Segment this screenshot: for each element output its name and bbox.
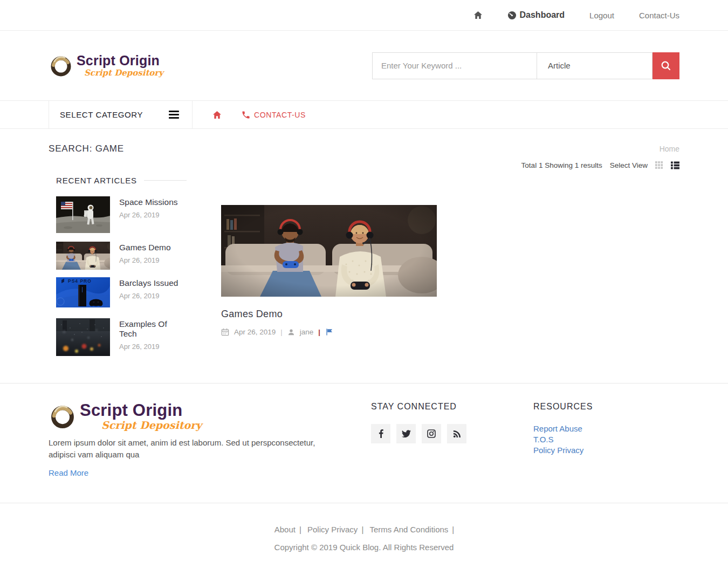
footer-about-text: Lorem ipsum dolor sit amet, anim id est … — [49, 437, 331, 461]
search-bar: Article — [372, 52, 679, 79]
rss-icon — [453, 430, 461, 438]
site-logo[interactable]: Script Origin Script Depository — [49, 53, 163, 78]
resource-link-report-abuse[interactable]: Report Abuse — [533, 423, 679, 434]
hamburger-icon — [169, 111, 179, 119]
results-bar: Total 1 Showing 1 results Select View — [49, 161, 679, 169]
resources-title: RESOURCES — [533, 402, 679, 412]
footer-logo[interactable]: Script Origin Script Depository — [49, 402, 331, 430]
nav-contact-link[interactable]: CONTACT-US — [242, 101, 306, 128]
post-date: Apr 26, 2019 — [234, 328, 276, 336]
article-thumbnail-gamers — [56, 242, 110, 270]
separator: | — [361, 525, 363, 534]
article-date: Apr 26, 2019 — [119, 343, 187, 351]
select-category-label: SELECT CATEGORY — [60, 110, 143, 119]
footer-bottom: About| Policy Privacy| Terms And Conditi… — [0, 503, 728, 570]
divider — [144, 180, 187, 181]
resource-link-policy-privacy[interactable]: Policy Privacy — [533, 445, 679, 456]
topbar-home-link[interactable] — [473, 11, 483, 19]
topbar: Dashboard Logout Contact-Us — [0, 0, 728, 31]
footer-logo-subtitle: Script Depository — [101, 420, 202, 430]
results-summary: Total 1 Showing 1 results — [521, 161, 602, 169]
separator: | — [452, 525, 454, 534]
post-meta: Apr 26, 2019 jane — [221, 328, 437, 336]
article-title: Examples Of Tech — [119, 319, 187, 339]
logo-ring-icon — [49, 53, 73, 78]
article-title: Barclays Issued — [119, 278, 178, 288]
article-date: Apr 26, 2019 — [119, 256, 171, 264]
svg-text:PS4 PRO: PS4 PRO — [68, 278, 92, 284]
site-header: Script Origin Script Depository Article — [0, 31, 728, 100]
footer-about-column: Script Origin Script Depository Lorem ip… — [49, 402, 331, 478]
breadcrumb-home-link[interactable]: Home — [660, 145, 679, 153]
bottom-link-policy-privacy[interactable]: Policy Privacy — [307, 525, 358, 534]
author-icon — [287, 328, 295, 336]
logo-ring-icon — [49, 402, 77, 430]
recent-article-barclays-issued[interactable]: PS4 PRO Barclays Issued Apr 26, 2019 — [56, 277, 187, 307]
post-card-games-demo: Games Demo Apr 26, 2019 jane — [221, 205, 437, 336]
article-date: Apr 26, 2019 — [119, 211, 178, 219]
article-title: Games Demo — [119, 243, 171, 252]
article-thumbnail-moon-landing — [56, 196, 110, 233]
main-nav: SELECT CATEGORY CONTACT-US — [0, 100, 728, 129]
phone-icon — [242, 111, 250, 119]
separator — [280, 328, 282, 336]
search-results: Games Demo Apr 26, 2019 jane — [221, 176, 437, 356]
search-button[interactable] — [653, 52, 679, 79]
page-title: SEARCH: GAME — [49, 143, 124, 154]
copyright-text: Copyright © 2019 Quick Blog. All Rights … — [49, 543, 679, 552]
footer-social-column: STAY CONNECTED — [371, 402, 500, 478]
nav-home-link[interactable] — [212, 101, 222, 128]
dashboard-gauge-icon — [507, 11, 517, 20]
breadcrumb: SEARCH: GAME Home — [49, 129, 679, 154]
instagram-icon — [427, 429, 436, 438]
read-more-link[interactable]: Read More — [49, 468, 88, 477]
topbar-logout-link[interactable]: Logout — [589, 11, 614, 20]
search-icon — [660, 60, 672, 72]
main-content: RECENT ARTICLES — [49, 176, 679, 383]
recent-article-games-demo[interactable]: Games Demo Apr 26, 2019 — [56, 242, 187, 270]
footer-bottom-links: About| Policy Privacy| Terms And Conditi… — [49, 525, 679, 534]
facebook-button[interactable] — [371, 424, 390, 443]
article-thumbnail-rainy-window — [56, 318, 110, 356]
nav-contact-label: CONTACT-US — [254, 111, 306, 119]
post-author-link[interactable]: jane — [300, 328, 314, 336]
article-thumbnail-ps4-console: PS4 PRO — [56, 277, 110, 307]
recent-article-space-missions[interactable]: Space Missions Apr 26, 2019 — [56, 196, 187, 233]
home-icon — [212, 111, 222, 119]
article-date: Apr 26, 2019 — [119, 292, 178, 300]
separator: | — [299, 525, 301, 534]
topbar-dashboard-link[interactable]: Dashboard — [507, 10, 565, 20]
bottom-link-terms[interactable]: Terms And Conditions — [369, 525, 448, 534]
calendar-icon — [221, 328, 229, 336]
stay-connected-title: STAY CONNECTED — [371, 402, 500, 412]
instagram-button[interactable] — [422, 424, 441, 443]
dashboard-label: Dashboard — [520, 10, 565, 20]
rss-button[interactable] — [447, 424, 466, 443]
bottom-link-about[interactable]: About — [274, 525, 296, 534]
home-icon — [473, 11, 483, 19]
topbar-contact-link[interactable]: Contact-Us — [639, 11, 679, 20]
footer-logo-title: Script Origin — [80, 402, 202, 419]
list-view-icon[interactable] — [671, 161, 679, 169]
grid-view-icon[interactable] — [655, 161, 663, 169]
separator — [318, 328, 320, 336]
post-title[interactable]: Games Demo — [221, 309, 437, 320]
select-category-button[interactable]: SELECT CATEGORY — [49, 101, 193, 128]
search-input[interactable] — [373, 53, 537, 79]
footer: Script Origin Script Depository Lorem ip… — [0, 383, 728, 503]
post-image-gamers[interactable] — [221, 205, 437, 297]
twitter-button[interactable] — [396, 424, 416, 443]
sidebar-title: RECENT ARTICLES — [56, 176, 137, 185]
select-view-label: Select View — [610, 161, 648, 169]
article-title: Space Missions — [119, 197, 178, 207]
recent-articles-sidebar: RECENT ARTICLES — [49, 176, 187, 356]
facebook-icon — [376, 429, 385, 438]
search-category-select[interactable]: Article — [537, 53, 652, 79]
recent-article-examples-of-tech[interactable]: Examples Of Tech Apr 26, 2019 — [56, 318, 187, 356]
twitter-icon — [402, 430, 411, 438]
logo-subtitle: Script Depository — [84, 69, 163, 77]
logo-title: Script Origin — [77, 54, 163, 67]
flag-icon[interactable] — [325, 328, 333, 336]
resource-link-tos[interactable]: T.O.S — [533, 434, 679, 445]
footer-resources-column: RESOURCES Report Abuse T.O.S Policy Priv… — [533, 402, 679, 478]
